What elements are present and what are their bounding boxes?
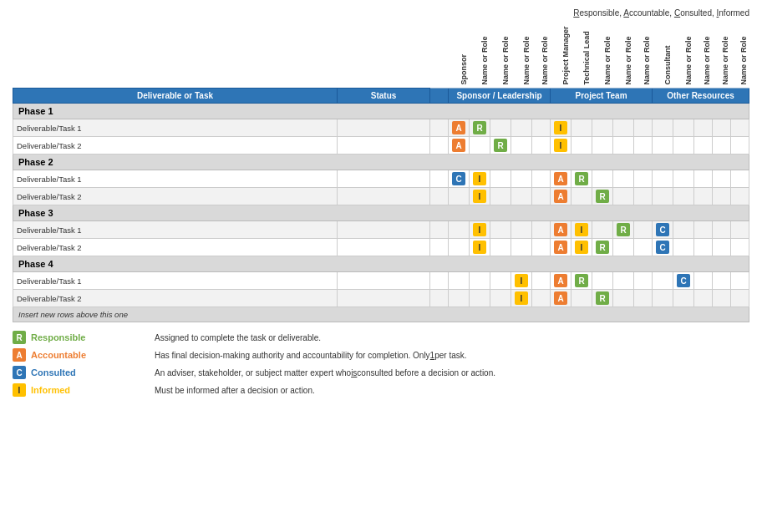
task-name: Deliverable/Task 2 [13,290,338,307]
raci-cell-col0 [449,239,470,256]
raci-cell-col4 [532,119,551,137]
status-cell [338,290,430,307]
raci-cell-col4 [532,290,551,307]
phase-row: Phase 4 [13,256,749,272]
raci-cell-col1 [470,290,490,307]
raci-cell-col0: A [449,119,470,137]
raci-cell-col10 [653,290,673,307]
raci-cell-col12 [694,221,713,239]
raci-cell-col3 [511,137,532,155]
badge-i: I [554,139,567,152]
raci-cell-col5: A [551,239,572,256]
raci-cell-col7: R [592,188,613,205]
raci-cell-col7 [592,170,613,188]
col-tl: Technical Lead [572,23,592,89]
legend-label-R: Responsible [31,332,85,342]
status-cell [338,170,430,188]
legend-subtitle: Responsible, Accountable, Consulted, Inf… [573,8,749,18]
badge-i: I [473,241,486,254]
roles-spacer-cell [430,188,449,205]
table-body: Phase 1Deliverable/Task 1ARIDeliverable/… [13,104,749,322]
raci-cell-col0 [449,272,470,290]
raci-cell-col9 [634,290,653,307]
group-header-row: Deliverable or Task Status Sponsor / Lea… [13,89,749,104]
raci-cell-col7 [592,272,613,290]
roles-spacer-cell [430,272,449,290]
badge-a: A [452,121,465,134]
raci-cell-col4 [532,188,551,205]
raci-cell-col7: R [592,290,613,307]
status-cell [338,221,430,239]
raci-cell-col2 [490,290,511,307]
raci-cell-col13 [713,119,731,137]
matrix-wrapper: ROLES Sponsor Name or Role Name or Role … [13,23,749,322]
badge-a: A [554,190,567,203]
raci-cell-col2: R [490,137,511,155]
badge-i: I [473,190,486,203]
legend-r: R Responsible [13,331,155,344]
raci-cell-col10: C [653,221,673,239]
raci-cell-col0: A [449,137,470,155]
raci-cell-col6 [572,119,592,137]
roles-label-row: ROLES Sponsor Name or Role Name or Role … [13,23,749,89]
raci-cell-col12 [694,188,713,205]
col-role-5: Name or Role [592,23,613,89]
col-role-8: Name or Role [673,23,694,89]
legend-c: C Consulted [13,366,155,379]
table-row: Deliverable/Task 2ARI [13,137,749,155]
badge-c: C [677,274,690,287]
legend-label-A: Accountable [31,350,86,360]
table-row: Deliverable/Task 2IAR [13,188,749,205]
legend-desc-C: An adviser, stakeholder, or subject matt… [155,366,749,379]
raci-cell-col3: I [511,272,532,290]
legend-desc-A: Has final decision-making authority and … [155,348,749,362]
title-right: Responsible, Accountable, Consulted, Inf… [573,8,749,18]
col-role-9: Name or Role [694,23,713,89]
raci-cell-col5: A [551,290,572,307]
raci-cell-col10 [653,119,673,137]
badge-a: A [554,172,567,185]
raci-cell-col11 [673,290,694,307]
raci-cell-col1: I [470,188,490,205]
other-resources-header: Other Resources [653,89,749,104]
badge-a: A [554,223,567,236]
task-name: Deliverable/Task 1 [13,272,338,290]
raci-cell-col7 [592,119,613,137]
raci-cell-col6 [572,188,592,205]
empty-th-1 [13,23,338,89]
badge-C: C [13,366,26,379]
raci-cell-col2 [490,170,511,188]
raci-cell-col4 [532,239,551,256]
badge-a: A [554,274,567,287]
raci-cell-col3: I [511,290,532,307]
raci-cell-col9 [634,239,653,256]
badge-i: I [473,223,486,236]
roles-header: ROLES [430,23,449,89]
col-sponsor: Sponsor [449,23,470,89]
roles-spacer-cell [430,170,449,188]
col-role-1: Name or Role [470,23,490,89]
status-cell [338,239,430,256]
col-role-10: Name or Role [713,23,731,89]
badge-r: R [575,172,588,185]
raci-cell-col10 [653,137,673,155]
status-cell [338,188,430,205]
raci-cell-col4 [532,272,551,290]
raci-cell-col8 [613,188,634,205]
page: Responsible, Accountable, Consulted, Inf… [0,0,762,405]
raci-cell-col0 [449,221,470,239]
raci-cell-col4 [532,137,551,155]
project-team-header: Project Team [551,89,653,104]
raci-cell-col8 [613,239,634,256]
legend-a: A Accountable [13,348,155,362]
raci-cell-col9 [634,221,653,239]
raci-cell-col5: A [551,170,572,188]
raci-cell-col12 [694,290,713,307]
raci-cell-col8 [613,290,634,307]
badge-r: R [596,241,609,254]
raci-cell-col1 [470,137,490,155]
raci-cell-col6: R [572,170,592,188]
col-pm: Project Manager [551,23,572,89]
badge-R: R [13,331,26,344]
raci-cell-col13 [713,272,731,290]
